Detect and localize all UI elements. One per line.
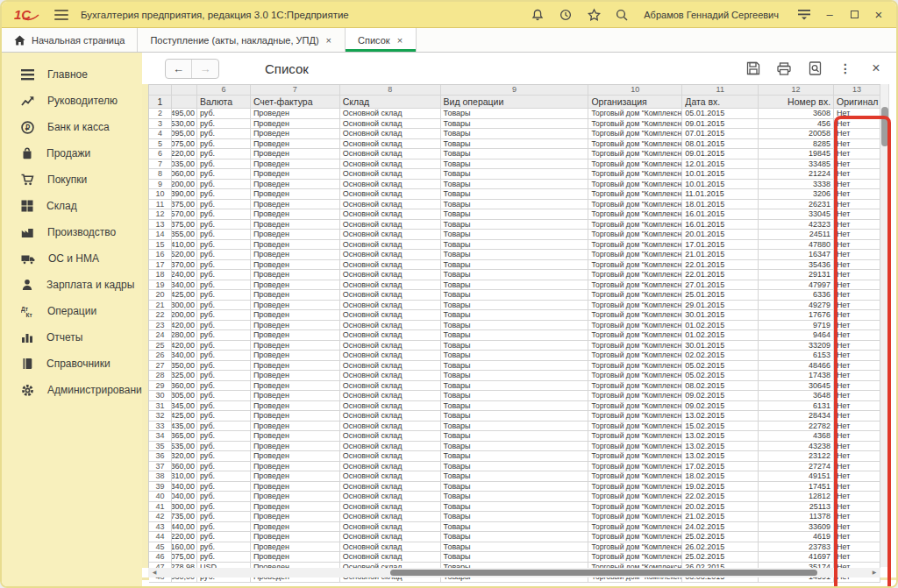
col-header-organization[interactable]: Организация xyxy=(588,96,682,109)
cell-date-in[interactable]: 09.02.2015 xyxy=(682,391,759,401)
cell-operation[interactable]: Товары xyxy=(441,109,589,119)
cell-currency[interactable]: руб. xyxy=(197,330,251,341)
cell-number-in[interactable]: 20058 xyxy=(759,129,834,139)
cell-sum[interactable]: 435,00 xyxy=(172,422,197,432)
table-row[interactable]: 7035,00руб.ПроведенОсновной складТоварыТ… xyxy=(149,159,880,170)
cell-rownum[interactable]: 11 xyxy=(149,200,172,210)
scroll-left-arrow-icon[interactable]: ◀ xyxy=(148,568,160,577)
cell-original[interactable]: Нет xyxy=(834,381,880,392)
cell-date-in[interactable]: 13.02.2015 xyxy=(682,411,759,422)
cell-number-in[interactable]: 16347 xyxy=(759,250,834,260)
cell-date-in[interactable]: 05.02.2015 xyxy=(682,371,759,381)
cell-invoice[interactable]: Проведен xyxy=(251,391,340,401)
cell-organization[interactable]: Торговый дом "Комплексн xyxy=(588,422,682,432)
cell-rownum[interactable]: 31 xyxy=(149,401,172,412)
cell-number-in[interactable]: 33609 xyxy=(759,522,834,533)
cell-rownum[interactable]: 26 xyxy=(149,351,172,361)
cell-number-in[interactable]: 6336 xyxy=(759,290,834,301)
cell-currency[interactable]: руб. xyxy=(197,220,251,230)
cell-currency[interactable]: руб. xyxy=(197,371,251,381)
cell-date-in[interactable]: 21.01.2015 xyxy=(682,250,759,260)
cell-warehouse[interactable]: Основной склад xyxy=(340,240,441,251)
maximize-button[interactable] xyxy=(845,8,863,21)
cell-original[interactable]: Нет xyxy=(834,270,880,280)
cell-number-in[interactable]: 26231 xyxy=(759,200,834,210)
cell-sum[interactable]: 530,00 xyxy=(172,119,197,130)
cell-rownum[interactable]: 41 xyxy=(149,502,172,513)
cell-date-in[interactable]: 19.02.2015 xyxy=(682,482,759,492)
cell-warehouse[interactable]: Основной склад xyxy=(340,502,441,513)
cell-date-in[interactable]: 22.01.2015 xyxy=(682,270,759,280)
cell-date-in[interactable]: 22.01.2015 xyxy=(682,260,759,271)
table-row[interactable]: 25420,00руб.ПроведенОсновной складТовары… xyxy=(149,341,880,351)
cell-currency[interactable]: руб. xyxy=(197,431,251,442)
colnum-cell[interactable]: 11 xyxy=(682,85,759,96)
sidebar-item-glavnoe[interactable]: Главное xyxy=(2,61,142,88)
col-header-sum[interactable] xyxy=(172,96,197,109)
tab-close-icon[interactable]: × xyxy=(325,35,332,46)
cell-number-in[interactable]: 3608 xyxy=(759,109,834,119)
table-row[interactable]: 39340,00руб.ПроведенОсновной складТовары… xyxy=(149,482,880,492)
colnum-cell[interactable] xyxy=(172,85,197,96)
cell-original[interactable]: Нет xyxy=(834,119,880,130)
colnum-cell[interactable]: 7 xyxy=(251,85,340,96)
sidebar-item-sklad[interactable]: Склад xyxy=(2,193,142,219)
cell-sum[interactable]: 095,00 xyxy=(172,129,197,139)
cell-number-in[interactable]: 456 xyxy=(759,119,834,130)
cell-operation[interactable]: Товары xyxy=(441,341,589,351)
cell-operation[interactable]: Товары xyxy=(441,442,589,452)
cell-date-in[interactable]: 16.01.2015 xyxy=(682,220,759,230)
cell-currency[interactable]: руб. xyxy=(197,189,251,200)
cell-original[interactable]: Нет xyxy=(834,280,880,291)
cell-organization[interactable]: Торговый дом "Комплексн xyxy=(588,451,682,462)
cell-original[interactable]: Нет xyxy=(834,502,880,513)
cell-invoice[interactable]: Проведен xyxy=(251,522,340,533)
cell-invoice[interactable]: Проведен xyxy=(251,139,340,150)
cell-sum[interactable]: 365,00 xyxy=(172,431,197,442)
cell-original[interactable]: Нет xyxy=(834,431,880,442)
cell-operation[interactable]: Товары xyxy=(441,542,589,553)
tab-spisok[interactable]: Список × xyxy=(346,28,417,52)
cell-date-in[interactable]: 21.02.2015 xyxy=(682,512,759,522)
table-row[interactable]: 20425,00руб.ПроведенОсновной складТовары… xyxy=(149,290,880,301)
cell-currency[interactable]: руб. xyxy=(197,471,251,482)
cell-currency[interactable]: руб. xyxy=(197,310,251,321)
cell-invoice[interactable]: Проведен xyxy=(251,180,340,190)
table-row[interactable]: 17370,00руб.ПроведенОсновной складТовары… xyxy=(149,260,880,271)
cell-operation[interactable]: Товары xyxy=(441,482,589,492)
cell-operation[interactable]: Товары xyxy=(441,552,589,563)
cell-warehouse[interactable]: Основной склад xyxy=(340,431,441,442)
cell-rownum[interactable]: 9 xyxy=(149,180,172,190)
cell-number-in[interactable]: 23783 xyxy=(759,542,834,553)
sidebar-item-pokupki[interactable]: Покупки xyxy=(2,166,142,193)
cell-sum[interactable]: 035,00 xyxy=(172,159,197,170)
cell-operation[interactable]: Товары xyxy=(441,411,589,422)
cell-sum[interactable]: 240,00 xyxy=(172,270,197,280)
preview-icon[interactable] xyxy=(807,60,823,76)
cell-sum[interactable]: 360,00 xyxy=(172,381,197,392)
cell-currency[interactable]: руб. xyxy=(197,119,251,130)
sidebar-item-spravochniki[interactable]: Справочники xyxy=(2,351,142,377)
cell-currency[interactable]: руб. xyxy=(197,209,251,220)
cell-sum[interactable]: 520,00 xyxy=(172,250,197,260)
cell-currency[interactable]: руб. xyxy=(197,462,251,472)
cell-sum[interactable]: 310,00 xyxy=(172,471,197,482)
table-row[interactable]: 27350,00руб.ПроведенОсновной складТовары… xyxy=(149,361,880,372)
cell-number-in[interactable]: 33485 xyxy=(759,159,834,170)
cell-invoice[interactable]: Проведен xyxy=(251,129,340,139)
cell-sum[interactable]: 060,00 xyxy=(172,169,197,180)
cell-original[interactable]: Нет xyxy=(834,301,880,311)
cell-operation[interactable]: Товары xyxy=(441,119,589,130)
cell-warehouse[interactable]: Основной склад xyxy=(340,451,441,462)
cell-invoice[interactable]: Проведен xyxy=(251,351,340,361)
cell-number-in[interactable]: 12812 xyxy=(759,492,834,502)
cell-invoice[interactable]: Проведен xyxy=(251,532,340,542)
cell-warehouse[interactable]: Основной склад xyxy=(340,391,441,401)
cell-number-in[interactable]: 17451 xyxy=(759,482,834,492)
cell-organization[interactable]: Торговый дом "Комплексн xyxy=(588,280,682,291)
cell-warehouse[interactable]: Основной склад xyxy=(340,290,441,301)
cell-date-in[interactable]: 13.02.2015 xyxy=(682,442,759,452)
cell-currency[interactable]: руб. xyxy=(197,522,251,533)
cell-invoice[interactable]: Проведен xyxy=(251,230,340,240)
cell-currency[interactable]: руб. xyxy=(197,442,251,452)
